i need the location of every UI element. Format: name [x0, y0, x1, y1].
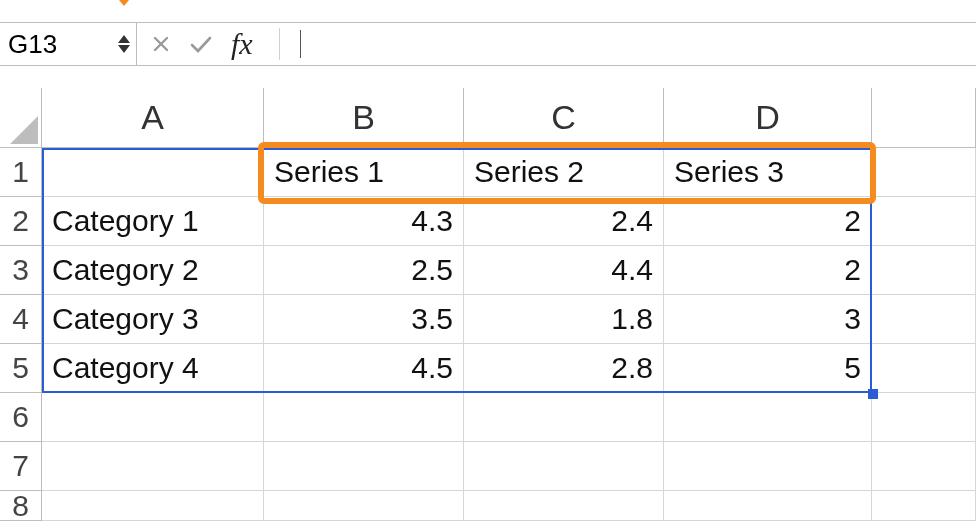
- row-header-7[interactable]: 7: [0, 442, 42, 491]
- table-row: 5 Category 4 4.5 2.8 5: [0, 344, 976, 393]
- cell-B5[interactable]: 4.5: [264, 344, 464, 393]
- cell-D4[interactable]: 3: [664, 295, 872, 344]
- cell-D1[interactable]: Series 3: [664, 148, 872, 197]
- name-box-stepper[interactable]: [118, 35, 136, 53]
- formula-input[interactable]: [298, 23, 976, 65]
- cell-C5[interactable]: 2.8: [464, 344, 664, 393]
- chevron-up-icon: [118, 35, 130, 43]
- cell-E2[interactable]: [872, 197, 976, 246]
- table-row: 6: [0, 393, 976, 442]
- cell-E7[interactable]: [872, 442, 976, 491]
- cell-D5[interactable]: 5: [664, 344, 872, 393]
- row-header-4[interactable]: 4: [0, 295, 42, 344]
- cell-A7[interactable]: [42, 442, 264, 491]
- table-row: 3 Category 2 2.5 4.4 2: [0, 246, 976, 295]
- table-row: 2 Category 1 4.3 2.4 2: [0, 197, 976, 246]
- cell-C4[interactable]: 1.8: [464, 295, 664, 344]
- table-row: 8: [0, 491, 976, 521]
- cell-C1[interactable]: Series 2: [464, 148, 664, 197]
- cell-B6[interactable]: [264, 393, 464, 442]
- ribbon-indicator-icon: [114, 0, 134, 6]
- name-box[interactable]: G13: [0, 22, 136, 66]
- cell-A1[interactable]: [42, 148, 264, 197]
- cell-D7[interactable]: [664, 442, 872, 491]
- row-header-8[interactable]: 8: [0, 491, 42, 521]
- table-row: 7: [0, 442, 976, 491]
- formula-controls: fx: [136, 22, 976, 66]
- cell-A4[interactable]: Category 3: [42, 295, 264, 344]
- cell-B3[interactable]: 2.5: [264, 246, 464, 295]
- cell-C6[interactable]: [464, 393, 664, 442]
- column-header-E[interactable]: [872, 88, 976, 148]
- cell-C7[interactable]: [464, 442, 664, 491]
- cell-B1[interactable]: Series 1: [264, 148, 464, 197]
- cell-A5[interactable]: Category 4: [42, 344, 264, 393]
- cell-E1[interactable]: [872, 148, 976, 197]
- cell-B7[interactable]: [264, 442, 464, 491]
- cell-C8[interactable]: [464, 491, 664, 521]
- column-header-B[interactable]: B: [264, 88, 464, 148]
- table-row: 4 Category 3 3.5 1.8 3: [0, 295, 976, 344]
- cell-A2[interactable]: Category 1: [42, 197, 264, 246]
- table-row: 1 Series 1 Series 2 Series 3: [0, 148, 976, 197]
- cell-E3[interactable]: [872, 246, 976, 295]
- cancel-icon[interactable]: [151, 34, 171, 54]
- cell-A3[interactable]: Category 2: [42, 246, 264, 295]
- cell-A6[interactable]: [42, 393, 264, 442]
- row-header-3[interactable]: 3: [0, 246, 42, 295]
- column-header-D[interactable]: D: [664, 88, 872, 148]
- fx-icon[interactable]: fx: [231, 27, 253, 61]
- chevron-down-icon: [118, 45, 130, 53]
- selection-fill-handle[interactable]: [868, 389, 878, 399]
- rows: 1 Series 1 Series 2 Series 3 2 Category …: [0, 148, 976, 521]
- row-header-2[interactable]: 2: [0, 197, 42, 246]
- cell-D2[interactable]: 2: [664, 197, 872, 246]
- cell-B2[interactable]: 4.3: [264, 197, 464, 246]
- cell-A8[interactable]: [42, 491, 264, 521]
- confirm-icon[interactable]: [189, 34, 213, 54]
- formula-bar: G13 fx: [0, 22, 976, 66]
- spreadsheet-grid: A B C D 1 Series 1 Series 2 Series 3 2 C…: [0, 88, 976, 524]
- cell-E6[interactable]: [872, 393, 976, 442]
- divider: [279, 28, 280, 60]
- cell-E5[interactable]: [872, 344, 976, 393]
- cell-D3[interactable]: 2: [664, 246, 872, 295]
- name-box-value: G13: [8, 29, 118, 60]
- row-header-5[interactable]: 5: [0, 344, 42, 393]
- cell-B4[interactable]: 3.5: [264, 295, 464, 344]
- cell-D6[interactable]: [664, 393, 872, 442]
- select-all-corner[interactable]: [0, 88, 42, 148]
- cell-E8[interactable]: [872, 491, 976, 521]
- cell-C2[interactable]: 2.4: [464, 197, 664, 246]
- row-header-1[interactable]: 1: [0, 148, 42, 197]
- cell-B8[interactable]: [264, 491, 464, 521]
- column-headers: A B C D: [0, 88, 976, 148]
- cell-C3[interactable]: 4.4: [464, 246, 664, 295]
- column-header-C[interactable]: C: [464, 88, 664, 148]
- column-header-A[interactable]: A: [42, 88, 264, 148]
- cell-D8[interactable]: [664, 491, 872, 521]
- cell-E4[interactable]: [872, 295, 976, 344]
- text-cursor-icon: [300, 30, 301, 58]
- row-header-6[interactable]: 6: [0, 393, 42, 442]
